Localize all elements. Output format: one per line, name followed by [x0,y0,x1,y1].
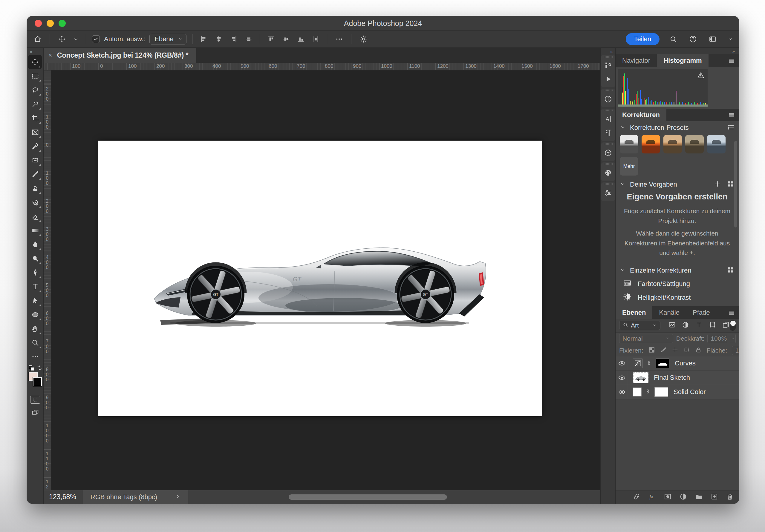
marquee-tool[interactable] [28,69,42,83]
healing-tool[interactable] [28,153,42,167]
history-brush-tool[interactable] [28,195,42,209]
zoom-window-button[interactable] [59,20,66,27]
panels-collapse[interactable]: » [616,48,739,54]
gear-icon[interactable] [358,33,370,45]
lock-all-icon[interactable] [695,346,702,355]
align-middle-icon[interactable] [281,34,291,44]
layer-mask-thumbnail[interactable] [656,359,669,368]
visibility-toggle[interactable] [616,371,628,385]
grid-view-icon[interactable] [727,266,735,275]
color-panel-icon[interactable] [601,166,615,180]
grip-handle[interactable] [601,162,615,166]
lasso-tool[interactable] [28,83,42,97]
layer-name[interactable]: Curves [675,360,696,367]
lock-paint-icon[interactable] [660,346,667,355]
move-tool[interactable] [28,55,42,69]
layer-name[interactable]: Final Sketch [654,374,690,382]
minimize-window-button[interactable] [47,20,54,27]
type-tool[interactable] [28,279,42,294]
align-left-icon[interactable] [199,34,209,44]
preset-soft-sunset[interactable] [663,135,682,153]
mask-icon[interactable] [664,493,672,502]
pen-tool[interactable] [28,265,42,279]
info-panel-icon[interactable] [601,92,615,106]
auto-select-checkbox[interactable] [92,35,100,43]
more-presets-button[interactable]: Mehr [620,157,638,175]
home-icon[interactable] [32,33,44,45]
tab-histogramm[interactable]: Histogramm [657,54,708,67]
align-top-icon[interactable] [266,34,276,44]
blur-tool[interactable] [28,237,42,251]
toolstrip-collapse[interactable]: » [27,48,43,55]
grip-handle[interactable] [601,182,615,186]
layer-name[interactable]: Solid Color [674,388,706,396]
titlebar[interactable]: Adobe Photoshop 2024 [27,16,739,30]
align-bottom-icon[interactable] [296,34,306,44]
layer-row[interactable]: Curves [616,357,739,371]
chevron-down-icon[interactable] [72,33,80,45]
help-icon[interactable] [687,33,699,45]
solid-color-thumbnail[interactable] [633,388,641,396]
canvas-viewport[interactable]: 2001000100200300400500600700800900100011… [44,71,600,490]
image-filter-icon[interactable] [668,321,676,330]
vertical-ruler[interactable]: 2001000100200300400500600700800900100011… [44,71,51,490]
clone-stamp-tool[interactable] [28,181,42,195]
quick-mask-button[interactable] [30,396,40,403]
eyedropper-tool[interactable] [28,139,42,153]
presets-section-header[interactable]: Korrekturen-Presets [616,121,739,134]
vertical-scrollbar[interactable] [734,141,737,227]
lock-transparency-icon[interactable] [648,346,655,355]
paragraph-panel-icon[interactable] [601,126,615,140]
trash-icon[interactable] [726,493,734,502]
default-colors-icon[interactable] [29,366,35,371]
actions-panel-icon[interactable] [601,72,615,86]
document-tab[interactable]: × Concept Sketch.jpg bei 124% (RGB/8#) * [44,48,196,63]
tab-kanaele[interactable]: Kanäle [652,306,686,319]
swap-colors-icon[interactable] [36,365,42,372]
warning-icon[interactable] [697,71,705,80]
layer-row[interactable]: Solid Color [616,385,739,399]
your-presets-section-header[interactable]: Deine Vorgaben [616,178,739,191]
fx-icon[interactable]: fx [648,493,656,502]
chevron-down-icon[interactable] [730,334,736,343]
visibility-toggle[interactable] [616,356,628,371]
background-color-swatch[interactable] [33,377,42,386]
layer-thumbnail[interactable] [633,372,648,383]
more-tools[interactable] [28,350,42,364]
grip-handle[interactable] [601,142,615,146]
close-tab-icon[interactable]: × [48,51,52,59]
layer-row[interactable]: Final Sketch [616,371,739,385]
add-preset-icon[interactable] [714,180,721,189]
crop-tool[interactable] [28,111,42,125]
chevron-down-icon[interactable] [726,33,734,45]
move-tool-icon[interactable] [56,33,68,45]
brush-tool[interactable] [28,167,42,181]
list-view-icon[interactable] [727,123,735,132]
fill-value[interactable]: 100% [732,346,739,355]
layer-filter-dropdown[interactable]: Art [619,321,660,330]
horizontal-ruler[interactable]: 1000100200300400500600700800900100011001… [44,63,600,71]
single-adjustments-section-header[interactable]: Einzelne Korrekturen [616,264,739,277]
lock-artboard-icon[interactable] [683,346,690,355]
lock-position-icon[interactable] [671,346,679,355]
character-panel-icon[interactable] [601,112,615,126]
shape-filter-icon[interactable] [708,321,716,330]
align-right-icon[interactable] [229,34,239,44]
folder-icon[interactable] [695,493,703,502]
tab-navigator[interactable]: Navigator [616,54,657,67]
blend-mode-dropdown[interactable]: Normal [619,334,673,343]
frame-tool[interactable] [28,125,42,139]
dodge-tool[interactable] [28,251,42,265]
opacity-value[interactable]: 100% [707,334,727,343]
new-layer-icon[interactable] [710,493,718,502]
preset-vivid-sunset[interactable] [642,135,660,153]
adjustment-filter-icon[interactable] [682,321,689,330]
zoom-level[interactable]: 123,68% [44,493,83,501]
auto-select-dropdown[interactable]: Ebene [149,34,187,45]
grip-handle[interactable] [601,89,615,92]
canvas[interactable]: GT [98,140,542,416]
share-button[interactable]: Teilen [626,33,659,45]
smart-object-filter-icon[interactable] [722,321,730,330]
search-icon[interactable] [667,33,679,45]
grip-handle[interactable] [601,109,615,112]
